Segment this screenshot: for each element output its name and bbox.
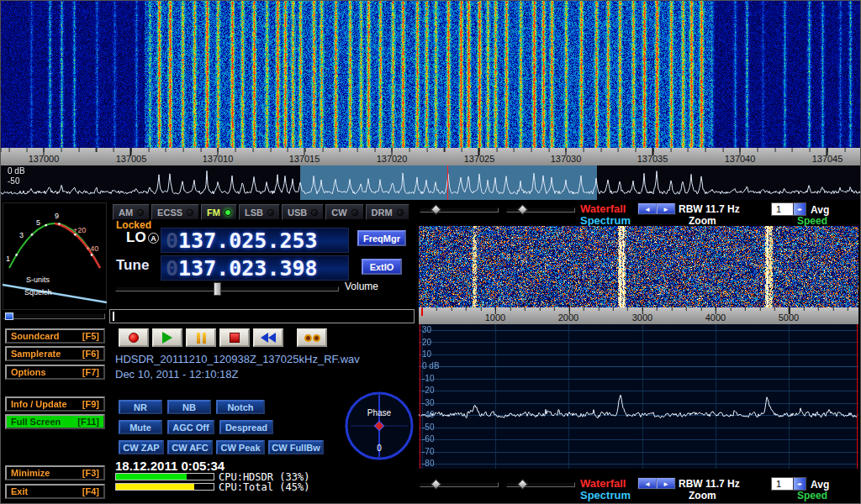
main-spectrum-canvas[interactable] <box>1 165 861 200</box>
play-button[interactable] <box>152 328 182 347</box>
mode-button-drm[interactable]: DRM <box>366 204 409 220</box>
select-scrollbar[interactable]: ◂▸ <box>793 203 806 215</box>
af-db-label: 20 <box>422 338 431 347</box>
mode-button-fm[interactable]: FM <box>201 204 237 220</box>
lo-frequency-digits[interactable]: 0137.025.253 <box>166 228 318 253</box>
playback-position-bar[interactable] <box>109 309 415 323</box>
rbw-label-top: RBW 11.7 Hz <box>679 203 740 215</box>
af-db-label: -80 <box>422 459 434 468</box>
main-spectrum-display[interactable]: 0 dB -50 <box>1 165 861 200</box>
tune-frequency-digits[interactable]: 0137.023.398 <box>166 256 318 281</box>
spectrum-contrast-slider[interactable] <box>420 482 499 487</box>
af-freq-label: 1000 <box>474 312 516 323</box>
mode-button-usb[interactable]: USB <box>282 204 324 220</box>
af-frequency-scale[interactable]: 1000 2000 3000 4000 5000 <box>419 307 858 324</box>
zoom-out-arrow[interactable]: ◄ <box>638 203 657 214</box>
cw-peak-button[interactable]: CW Peak <box>216 440 265 454</box>
stop-icon <box>230 333 240 343</box>
squelch-slider[interactable] <box>3 313 105 319</box>
cw-afc-button[interactable]: CW AFC <box>167 440 213 454</box>
speed-label-bottom: Speed <box>797 490 827 501</box>
nr-button[interactable]: NR <box>119 400 162 414</box>
af-spectrum-display[interactable] <box>419 324 858 469</box>
mode-led <box>267 209 274 216</box>
stop-button[interactable] <box>219 328 250 347</box>
slider-thumb[interactable] <box>517 479 528 490</box>
avg-select-bottom[interactable]: 1◂▸ <box>771 477 806 491</box>
rewind-button[interactable] <box>253 328 283 347</box>
waterfall-contrast-slider[interactable] <box>420 207 499 213</box>
mode-led <box>311 209 318 216</box>
volume-slider[interactable] <box>115 286 339 291</box>
zoom-label-bottom: Zoom <box>689 490 716 501</box>
zoom-in-arrow[interactable]: ► <box>657 203 675 214</box>
mode-button-ecss[interactable]: ECSS <box>151 204 199 220</box>
spectrum-label-bottom[interactable]: Spectrum <box>580 489 631 501</box>
freq-label: 137030 <box>540 154 592 164</box>
lo-frequency-display[interactable]: 0137.025.253 <box>161 228 349 253</box>
cw-fullbw-button[interactable]: CW FullBw <box>268 440 324 454</box>
zoom-in-arrow[interactable]: ► <box>657 478 675 489</box>
zero-hz-marker <box>421 307 423 316</box>
zoom-out-arrow[interactable]: ◄ <box>638 478 657 489</box>
hdsdr-window: 137000 137005 137010 137015 137020 13702… <box>0 0 861 504</box>
despread-button[interactable]: Despread <box>219 420 273 434</box>
options-button[interactable]: Options[F7] <box>5 365 105 380</box>
agc-off-button[interactable]: AGC Off <box>167 420 214 434</box>
spectrum-label-top[interactable]: Spectrum <box>580 214 631 227</box>
slider-thumb[interactable] <box>430 204 441 215</box>
main-waterfall-display[interactable] <box>1 1 861 148</box>
exit-button[interactable]: Exit[F4] <box>5 484 105 499</box>
record-button[interactable] <box>119 328 149 347</box>
af-db-label: -70 <box>422 447 434 456</box>
freq-label: 137005 <box>105 154 157 164</box>
freq-label: 137020 <box>366 154 418 164</box>
samplerate-button[interactable]: Samplerate[F6] <box>5 346 105 361</box>
spectrum-brightness-slider[interactable] <box>506 482 575 487</box>
volume-slider-thumb[interactable] <box>214 282 221 296</box>
meter-tick-label: +40 <box>86 244 98 253</box>
select-scrollbar[interactable]: ◂▸ <box>793 478 806 490</box>
extio-button[interactable]: ExtIO <box>362 259 402 275</box>
squelch-slider-thumb[interactable] <box>5 312 13 320</box>
lo-lock-badge[interactable]: A <box>148 233 159 244</box>
minimize-button[interactable]: Minimize[F3] <box>5 465 105 480</box>
loop-button[interactable] <box>297 328 327 347</box>
slider-thumb[interactable] <box>430 479 441 490</box>
mode-button-row: AM ECSS FM LSB USB CW DRM <box>113 204 409 220</box>
af-freq-label: 2000 <box>547 312 589 323</box>
af-db-label: -20 <box>422 386 434 395</box>
cw-zap-button[interactable]: CW ZAP <box>119 440 164 454</box>
avg-label-bottom: Avg <box>811 479 829 491</box>
mode-button-cw[interactable]: CW <box>325 204 363 220</box>
slider-thumb[interactable] <box>517 204 528 215</box>
waterfall-brightness-slider[interactable] <box>506 207 575 213</box>
full-screen-button[interactable]: Full Screen[F11] <box>5 414 105 429</box>
freqmgr-button[interactable]: FreqMgr <box>357 230 406 246</box>
mute-button[interactable]: Mute <box>119 420 162 434</box>
af-waterfall-display[interactable] <box>419 226 858 307</box>
zoom-control-top[interactable]: ◄► <box>637 202 676 215</box>
phase-label: Phase <box>367 408 392 417</box>
playback-position-marker[interactable] <box>113 312 114 321</box>
waterfall-label-bottom[interactable]: Waterfall <box>580 477 626 490</box>
main-frequency-scale[interactable]: 137000 137005 137010 137015 137020 13702… <box>1 148 861 165</box>
tune-frequency-display[interactable]: 0137.023.398 <box>161 255 349 281</box>
freq-label: 137025 <box>453 154 505 164</box>
notch-button[interactable]: Notch <box>216 400 265 414</box>
phase-scope[interactable]: Phase 0 <box>343 390 415 462</box>
avg-select-top[interactable]: 1◂▸ <box>771 202 806 216</box>
mode-led <box>224 209 231 216</box>
pause-button[interactable] <box>186 328 216 347</box>
rbw-label-bottom: RBW 11.7 Hz <box>679 478 740 490</box>
nb-button[interactable]: NB <box>167 400 211 414</box>
mode-button-am[interactable]: AM <box>113 204 150 220</box>
info-update-button[interactable]: Info / Update[F9] <box>5 396 105 412</box>
freq-label: 137035 <box>626 154 679 164</box>
volume-label: Volume <box>345 281 378 292</box>
soundcard-button[interactable]: Soundcard[F5] <box>5 328 105 344</box>
loop-icon <box>304 334 320 342</box>
zoom-control-bottom[interactable]: ◄► <box>637 477 676 490</box>
waterfall-label-top[interactable]: Waterfall <box>580 202 626 215</box>
mode-button-lsb[interactable]: LSB <box>239 204 280 220</box>
